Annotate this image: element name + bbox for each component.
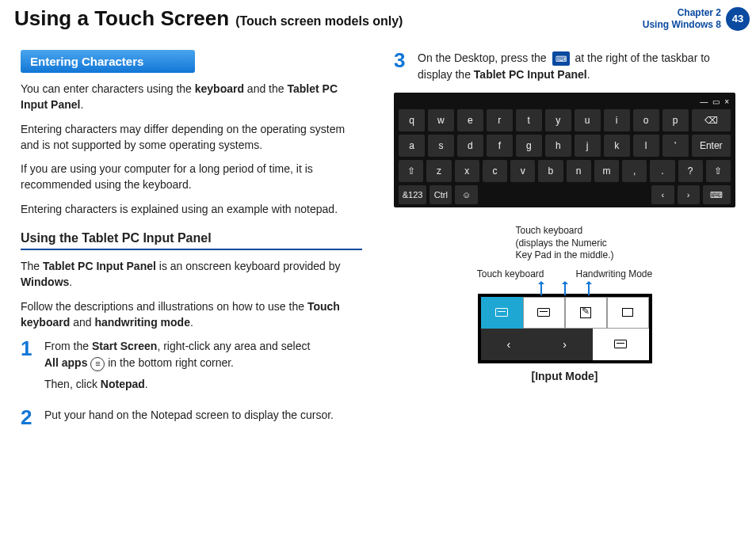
- key-f[interactable]: f: [487, 135, 513, 157]
- kbd-row-1: q w e r t y u i o p ⌫: [399, 109, 731, 131]
- key-j[interactable]: j: [575, 135, 601, 157]
- key-layout[interactable]: ⌨: [703, 185, 731, 204]
- key-v[interactable]: v: [510, 160, 535, 182]
- mode-row-top: [481, 297, 649, 329]
- key-e[interactable]: e: [457, 109, 483, 131]
- expand-icon: ▭: [712, 97, 720, 106]
- key-comma[interactable]: ,: [622, 160, 647, 182]
- key-r[interactable]: r: [487, 109, 513, 131]
- step-3-number: 3: [394, 50, 410, 83]
- key-numsym[interactable]: &123: [399, 185, 426, 204]
- pointer-icon: [588, 284, 590, 295]
- key-t[interactable]: t: [516, 109, 542, 131]
- subheading: Using the Tablet PC Input Panel: [21, 231, 362, 250]
- step-2-number: 2: [21, 407, 36, 428]
- keyboard-window-controls: —▭×: [399, 97, 731, 109]
- key-d[interactable]: d: [457, 135, 483, 157]
- key-g[interactable]: g: [516, 135, 542, 157]
- page-header: Using a Touch Screen (Touch screen model…: [0, 0, 756, 39]
- key-b[interactable]: b: [538, 160, 563, 182]
- key-period[interactable]: .: [650, 160, 674, 182]
- para-5: The Tablet PC Input Panel is an onscreen…: [21, 258, 362, 291]
- all-apps-icon: ≡: [90, 357, 105, 371]
- key-backspace[interactable]: ⌫: [692, 109, 731, 131]
- left-column: Entering Characters You can enter charac…: [21, 50, 362, 437]
- key-shift-right[interactable]: ⇧: [706, 160, 731, 182]
- key-m[interactable]: m: [594, 160, 619, 182]
- para-3: If you are using your computer for a lon…: [21, 161, 362, 193]
- key-a[interactable]: a: [399, 135, 425, 157]
- key-question[interactable]: ?: [678, 160, 703, 182]
- key-enter[interactable]: Enter: [692, 135, 731, 157]
- mode-prev-icon[interactable]: ‹: [481, 329, 537, 360]
- key-o[interactable]: o: [633, 109, 659, 131]
- mode-split-keyboard-icon[interactable]: [523, 297, 565, 329]
- label-touch-keyboard: Touch keyboard: [477, 268, 544, 279]
- right-column: 3 On the Desktop, press the ⌨ at the rig…: [394, 50, 735, 437]
- kbd-row-3: ⇧ z x c v b n m , . ? ⇧: [399, 160, 731, 182]
- key-h[interactable]: h: [545, 135, 571, 157]
- pointer-icon: [564, 284, 566, 295]
- onscreen-keyboard: —▭× q w e r t y u i o p ⌫ a s d f g h: [394, 93, 735, 207]
- kbd-row-4: &123 Ctrl ☺ ‹ › ⌨: [399, 185, 731, 204]
- step-1-number: 1: [21, 338, 36, 397]
- section-heading: Entering Characters: [21, 50, 195, 73]
- key-z[interactable]: z: [426, 160, 451, 182]
- key-k[interactable]: k: [604, 135, 630, 157]
- mode-handwriting-icon[interactable]: [565, 297, 607, 329]
- step-3-body: On the Desktop, press the ⌨ at the right…: [418, 50, 735, 83]
- para-6: Follow the descriptions and illustration…: [21, 298, 362, 331]
- pointer-icon: [540, 284, 542, 295]
- label-touch-keyboard-numeric: Touch keyboard (displays the Numeric Key…: [515, 225, 613, 262]
- key-shift-left[interactable]: ⇧: [399, 160, 423, 182]
- key-p[interactable]: p: [662, 109, 689, 131]
- kbd-row-2: a s d f g h j k l ' Enter: [399, 135, 731, 157]
- key-x[interactable]: x: [455, 160, 479, 182]
- step-2: 2 Put your hand on the Notepad screen to…: [21, 407, 362, 428]
- chapter-text: Chapter 2 Using Windows 8: [643, 7, 726, 30]
- mode-row-bottom: ‹ ›: [481, 329, 649, 360]
- mode-dock-keyboard-icon[interactable]: [593, 329, 649, 360]
- input-mode-diagram: Touch keyboard (displays the Numeric Key…: [394, 225, 735, 382]
- page-subtitle: (Touch screen models only): [235, 14, 403, 29]
- key-i[interactable]: i: [604, 109, 630, 131]
- key-space[interactable]: [481, 185, 649, 204]
- page-number-badge: 43: [726, 7, 750, 31]
- key-u[interactable]: u: [575, 109, 601, 131]
- key-ctrl[interactable]: Ctrl: [430, 185, 452, 204]
- input-mode-panel: ‹ ›: [478, 294, 652, 363]
- key-q[interactable]: q: [399, 109, 425, 131]
- key-right[interactable]: ›: [678, 185, 700, 204]
- content-columns: Entering Characters You can enter charac…: [0, 39, 756, 437]
- key-left[interactable]: ‹: [651, 185, 674, 204]
- minimize-icon: —: [700, 97, 708, 106]
- keyboard-taskbar-icon: ⌨: [552, 51, 570, 66]
- key-c[interactable]: c: [483, 160, 507, 182]
- mode-next-icon[interactable]: ›: [536, 329, 593, 360]
- para-2: Entering characters may differ depending…: [21, 121, 362, 154]
- close-icon: ×: [724, 97, 729, 106]
- step-3: 3 On the Desktop, press the ⌨ at the rig…: [394, 50, 735, 83]
- key-emoji[interactable]: ☺: [455, 185, 477, 204]
- step-1: 1 From the Start Screen, right-click any…: [21, 338, 362, 397]
- key-l[interactable]: l: [633, 135, 659, 157]
- para-1: You can enter characters using the keybo…: [21, 81, 362, 113]
- title-block: Using a Touch Screen (Touch screen model…: [14, 6, 403, 31]
- mode-standard-keyboard-icon[interactable]: [607, 297, 649, 329]
- chapter-line1: Chapter 2: [643, 7, 721, 18]
- step-1-body: From the Start Screen, right-click any a…: [44, 338, 310, 397]
- page-title: Using a Touch Screen: [14, 6, 229, 31]
- mode-touch-keyboard-icon[interactable]: [481, 297, 523, 329]
- key-w[interactable]: w: [428, 109, 454, 131]
- key-n[interactable]: n: [567, 160, 591, 182]
- chapter-line2: Using Windows 8: [643, 19, 721, 30]
- step-2-body: Put your hand on the Notepad screen to d…: [44, 407, 334, 428]
- input-mode-caption: [Input Mode]: [532, 370, 598, 382]
- para-4: Entering characters is explained using a…: [21, 201, 362, 217]
- key-y[interactable]: y: [545, 109, 571, 131]
- key-s[interactable]: s: [428, 135, 454, 157]
- key-apostrophe[interactable]: ': [662, 135, 689, 157]
- chapter-block: Chapter 2 Using Windows 8 43: [643, 7, 756, 31]
